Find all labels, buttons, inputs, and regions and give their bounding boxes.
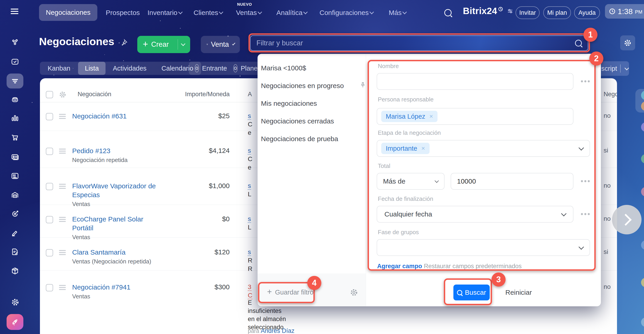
deal-amount: $1,000: [180, 182, 230, 190]
column-header-negociacion[interactable]: Negociación: [78, 91, 112, 98]
chevron-down-icon: [303, 10, 308, 14]
menu-icon[interactable]: [11, 8, 18, 10]
deal-flag: no: [604, 182, 611, 189]
mi-plan-button[interactable]: Mi plan: [543, 6, 571, 19]
pin-title-icon[interactable]: [120, 38, 128, 47]
sidebar-item-calendar[interactable]: [11, 172, 19, 180]
sidebar-item-sign[interactable]: [11, 228, 19, 237]
venta-funnel-button[interactable]: Venta: [201, 36, 240, 53]
sidebar-item-documents[interactable]: [11, 247, 19, 256]
tab-actividades[interactable]: Actividades: [106, 62, 154, 75]
crear-label: Crear: [151, 40, 169, 48]
filter-settings-gear-icon[interactable]: [350, 288, 358, 297]
bitrix24-app: Negociaciones Prospectos Inventario Clie…: [0, 0, 644, 334]
activity-cell: s C e: [248, 112, 252, 137]
plus-icon: +: [143, 39, 148, 49]
deal-link[interactable]: Negociación #7941: [72, 284, 130, 291]
saved-filter-item[interactable]: Marisa <1000$: [261, 64, 306, 72]
funnel-icon: [206, 41, 208, 48]
row-checkbox[interactable]: [46, 249, 53, 256]
nav-item-negociaciones[interactable]: Negociaciones: [39, 4, 97, 21]
saved-filter-item[interactable]: Mis negociaciones: [261, 100, 317, 107]
column-header-actividad[interactable]: A: [248, 91, 252, 98]
invitar-button[interactable]: Invitar: [516, 6, 540, 19]
clock-icon: [609, 8, 616, 14]
nav-item-analitica[interactable]: Analítica: [276, 5, 307, 21]
scroll-right-button[interactable]: [612, 205, 642, 234]
nav-item-inventario[interactable]: Inventario: [148, 5, 182, 21]
drag-handle-icon[interactable]: [59, 217, 66, 218]
sidebar-item-copilot[interactable]: [11, 95, 19, 104]
pin-icon[interactable]: [359, 82, 366, 89]
sidebar-item-store[interactable]: [11, 133, 19, 142]
gear-icon: [623, 38, 632, 47]
drag-handle-icon[interactable]: [59, 250, 66, 251]
deal-link[interactable]: Clara Santamaría: [72, 248, 126, 256]
drag-handle-icon[interactable]: [59, 184, 66, 185]
deal-subtitle: Negociación repetida: [72, 156, 163, 164]
crear-button[interactable]: + Crear: [137, 36, 190, 53]
tab-lista[interactable]: Lista: [78, 62, 106, 75]
row-checkbox[interactable]: [46, 113, 53, 120]
deal-link[interactable]: FlavorWave Vaporizador de Especias: [72, 182, 156, 198]
annotation-4-guardar-filtro: [258, 282, 315, 303]
sidebar-item-inventory[interactable]: [11, 266, 19, 275]
nav-item-ventas[interactable]: Ventas: [236, 5, 262, 21]
nav-item-prospectos[interactable]: Prospectos: [106, 5, 140, 21]
chevron-down-icon: [181, 42, 186, 46]
time-widget[interactable]: 1:38 PM: [605, 4, 644, 18]
deal-amount: $0: [180, 215, 230, 223]
avatar: [641, 154, 644, 164]
column-header-right[interactable]: Negociación: [604, 91, 617, 98]
row-checkbox[interactable]: [46, 183, 53, 190]
annotation-2-filter-form: [368, 60, 596, 271]
select-all-checkbox[interactable]: [46, 91, 53, 98]
search-icon[interactable]: [444, 9, 452, 16]
script-label: script: [601, 65, 617, 72]
saved-filter-item[interactable]: Negociaciones de prueba: [261, 135, 338, 143]
deal-link[interactable]: Negociación #631: [72, 112, 126, 120]
reiniciar-button[interactable]: Reiniciar: [505, 288, 532, 296]
bitrix24-logo: Bitrix24: [463, 6, 514, 16]
sidebar-item-marketing[interactable]: [11, 210, 19, 218]
saved-filter-item[interactable]: Negociaciones cerradas: [261, 117, 334, 125]
drag-handle-icon[interactable]: [59, 148, 66, 150]
drag-handle-icon[interactable]: [59, 114, 66, 115]
tab-kanban[interactable]: Kanban: [40, 62, 78, 75]
deal-link[interactable]: Pedido #123: [72, 147, 110, 154]
nav-label: Ventas: [236, 9, 257, 16]
ayuda-button[interactable]: Ayuda: [574, 6, 600, 19]
annotation-badge-2: 2: [589, 52, 604, 66]
view-tab-group: Kanban Lista Actividades Calendario: [40, 62, 201, 75]
chevron-down-icon: [178, 10, 183, 14]
sidebar-item-contacts[interactable]: [11, 152, 19, 161]
sidebar-item-analytics[interactable]: [11, 114, 19, 122]
chevron-down-icon: [219, 10, 223, 14]
row-checkbox[interactable]: [46, 148, 53, 155]
nav-label: Clientes: [194, 9, 218, 16]
deal-flag: no: [604, 215, 611, 222]
saved-filter-item[interactable]: Negociaciones en progreso: [261, 82, 344, 90]
row-checkbox[interactable]: [46, 216, 53, 223]
venta-label: Venta: [211, 40, 229, 48]
deal-subtitle: Ventas: [72, 292, 163, 300]
nav-item-configuraciones[interactable]: Configuraciones: [320, 5, 373, 21]
column-header-importe[interactable]: Importe/Moneda: [185, 91, 230, 98]
annotation-badge-3: 3: [492, 272, 506, 286]
deal-link[interactable]: EcoCharge Panel Solar Portátil: [72, 215, 144, 232]
nav-label: Negociaciones: [46, 8, 90, 16]
table-settings-gear-icon[interactable]: [58, 90, 67, 99]
activity-overdue-link[interactable]: 3 C: [248, 283, 252, 300]
drag-handle-icon[interactable]: [59, 285, 66, 286]
sidebar-item-settings[interactable]: [11, 298, 19, 306]
assignee-link[interactable]: Andrés Díaz: [261, 328, 294, 334]
page-settings-button[interactable]: [620, 36, 635, 50]
nav-item-clientes[interactable]: Clientes: [194, 5, 222, 21]
sidebar-item-warehouse[interactable]: [11, 191, 19, 200]
counter-entrante[interactable]: Entrante: [202, 65, 227, 72]
sidebar-item-upgrade[interactable]: [6, 314, 23, 330]
row-checkbox[interactable]: [46, 284, 53, 291]
sliders-icon[interactable]: [506, 8, 514, 14]
nav-item-mas[interactable]: Más: [389, 5, 406, 21]
annotation-1-search-bar: [248, 33, 590, 52]
